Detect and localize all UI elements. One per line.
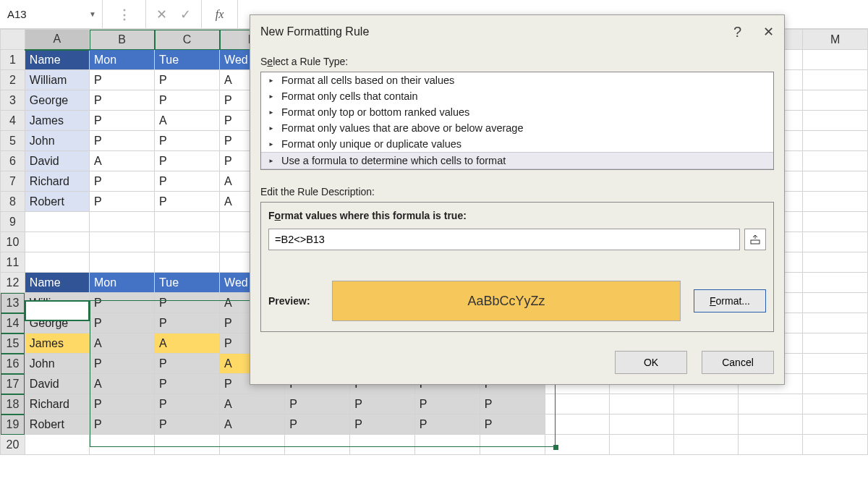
- cell-A11[interactable]: [25, 252, 89, 273]
- cell-B8[interactable]: P: [90, 192, 155, 212]
- row-header-19[interactable]: 19: [1, 414, 25, 435]
- cell-H18[interactable]: P: [480, 394, 545, 414]
- close-icon[interactable]: ✕: [763, 24, 774, 41]
- cell-M10[interactable]: [803, 232, 868, 252]
- cell-F18[interactable]: P: [350, 394, 415, 414]
- collapse-dialog-icon[interactable]: [744, 229, 766, 250]
- cell-K18[interactable]: [673, 394, 738, 414]
- cancel-button[interactable]: Cancel: [702, 351, 774, 374]
- cell-L20[interactable]: [739, 435, 803, 455]
- cell-M8[interactable]: [803, 192, 868, 212]
- row-header-4[interactable]: 4: [1, 111, 25, 131]
- cell-B2[interactable]: P: [90, 70, 155, 90]
- cell-H20[interactable]: [480, 435, 545, 455]
- cell-C1[interactable]: Tue: [155, 50, 220, 70]
- cell-J18[interactable]: [609, 394, 673, 414]
- rule-type-option-4[interactable]: Format only unique or duplicate values: [261, 136, 773, 152]
- cell-I18[interactable]: [545, 394, 609, 414]
- cell-L18[interactable]: [739, 394, 803, 414]
- row-header-15[interactable]: 15: [1, 333, 25, 354]
- cell-A16[interactable]: John: [25, 354, 89, 374]
- cell-C16[interactable]: P: [155, 354, 220, 374]
- cell-A1[interactable]: Name: [25, 50, 89, 70]
- cell-I19[interactable]: [545, 414, 609, 435]
- row-header-10[interactable]: 10: [1, 232, 25, 252]
- cell-A6[interactable]: David: [25, 151, 89, 171]
- cell-B3[interactable]: P: [90, 90, 155, 111]
- cell-B15[interactable]: A: [90, 333, 155, 354]
- rule-type-option-0[interactable]: Format all cells based on their values: [261, 72, 773, 88]
- row-header-16[interactable]: 16: [1, 354, 25, 374]
- cell-C14[interactable]: P: [155, 313, 220, 333]
- cell-C19[interactable]: P: [155, 414, 220, 435]
- cell-G20[interactable]: [414, 435, 480, 455]
- rule-type-list[interactable]: Format all cells based on their valuesFo…: [260, 72, 774, 170]
- cell-E18[interactable]: P: [285, 394, 350, 414]
- cell-M18[interactable]: [803, 394, 868, 414]
- dialog-titlebar[interactable]: New Formatting Rule ? ✕: [250, 15, 784, 48]
- row-header-7[interactable]: 7: [1, 171, 25, 192]
- cell-A10[interactable]: [25, 232, 89, 252]
- help-icon[interactable]: ?: [733, 24, 741, 41]
- cell-M19[interactable]: [803, 414, 868, 435]
- cell-J20[interactable]: [609, 435, 673, 455]
- cell-E20[interactable]: [285, 435, 350, 455]
- cell-A9[interactable]: [25, 212, 89, 232]
- cell-C4[interactable]: A: [155, 111, 220, 131]
- cell-K19[interactable]: [673, 414, 738, 435]
- cell-H19[interactable]: P: [480, 414, 545, 435]
- cell-M16[interactable]: [803, 354, 868, 374]
- rule-type-option-5[interactable]: Use a formula to determine which cells t…: [261, 152, 773, 169]
- row-header-9[interactable]: 9: [1, 212, 25, 232]
- ok-button[interactable]: OK: [615, 351, 687, 374]
- cell-A18[interactable]: Richard: [25, 394, 89, 414]
- formula-input[interactable]: [268, 229, 740, 250]
- cell-B4[interactable]: P: [90, 111, 155, 131]
- cell-B14[interactable]: P: [90, 313, 155, 333]
- cancel-entry-icon[interactable]: ✕: [156, 7, 167, 22]
- confirm-entry-icon[interactable]: ✓: [180, 7, 191, 22]
- cell-C7[interactable]: P: [155, 171, 220, 192]
- cell-B20[interactable]: [90, 435, 155, 455]
- cell-B18[interactable]: P: [90, 394, 155, 414]
- cell-M6[interactable]: [803, 151, 868, 171]
- cell-M12[interactable]: [803, 273, 868, 293]
- cell-B6[interactable]: A: [90, 151, 155, 171]
- cell-M2[interactable]: [803, 70, 868, 90]
- name-box[interactable]: A13 ▼: [0, 0, 103, 28]
- cell-A12[interactable]: Name: [25, 273, 89, 293]
- cell-A8[interactable]: Robert: [25, 192, 89, 212]
- cell-C5[interactable]: P: [155, 131, 220, 151]
- cell-A2[interactable]: William: [25, 70, 89, 90]
- row-header-18[interactable]: 18: [1, 394, 25, 414]
- cell-C9[interactable]: [155, 212, 220, 232]
- rule-type-option-3[interactable]: Format only values that are above or bel…: [261, 120, 773, 136]
- row-header-6[interactable]: 6: [1, 151, 25, 171]
- cell-F20[interactable]: [350, 435, 415, 455]
- cell-J19[interactable]: [609, 414, 673, 435]
- row-header-12[interactable]: 12: [1, 273, 25, 293]
- row-header-20[interactable]: 20: [1, 435, 25, 455]
- cell-B16[interactable]: P: [90, 354, 155, 374]
- cell-B10[interactable]: [90, 232, 155, 252]
- cell-C10[interactable]: [155, 232, 220, 252]
- cell-A15[interactable]: James: [25, 333, 89, 354]
- row-header-3[interactable]: 3: [1, 90, 25, 111]
- cell-A20[interactable]: [25, 435, 89, 455]
- cell-C11[interactable]: [155, 252, 220, 273]
- cell-B19[interactable]: P: [90, 414, 155, 435]
- row-header-13[interactable]: 13: [1, 293, 25, 313]
- row-header-14[interactable]: 14: [1, 313, 25, 333]
- cell-G18[interactable]: P: [414, 394, 480, 414]
- cell-A17[interactable]: David: [25, 374, 89, 394]
- fill-handle[interactable]: [553, 445, 558, 450]
- cell-C13[interactable]: P: [155, 293, 220, 313]
- cell-D20[interactable]: [220, 435, 285, 455]
- cell-B12[interactable]: Mon: [90, 273, 155, 293]
- chevron-down-icon[interactable]: ▼: [89, 10, 96, 18]
- cell-B9[interactable]: [90, 212, 155, 232]
- cell-B5[interactable]: P: [90, 131, 155, 151]
- col-header-M[interactable]: M: [803, 30, 868, 50]
- cell-C3[interactable]: P: [155, 90, 220, 111]
- cell-B1[interactable]: Mon: [90, 50, 155, 70]
